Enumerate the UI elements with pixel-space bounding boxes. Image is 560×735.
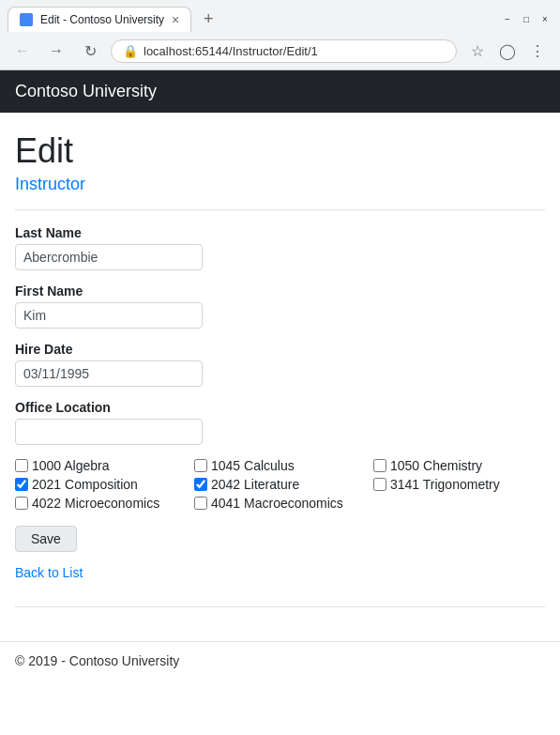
course-label-2021: 2021 Composition xyxy=(32,477,138,492)
app-title: Contoso University xyxy=(15,82,157,101)
close-window-button[interactable]: × xyxy=(537,11,552,26)
course-item: 1050 Chemistry xyxy=(373,458,545,473)
course-label-3141: 3141 Trigonometry xyxy=(390,477,500,492)
hire-date-input[interactable] xyxy=(15,360,203,387)
hire-date-group: Hire Date xyxy=(15,342,545,387)
course-label-1000: 1000 Algebra xyxy=(32,458,110,473)
course-label-4041: 4041 Macroeconomics xyxy=(211,496,343,511)
course-item: 4022 Microeconomics xyxy=(15,496,187,511)
last-name-input[interactable] xyxy=(15,244,203,270)
title-bar: Edit - Contoso University × + − □ × xyxy=(0,0,560,32)
course-item: 1045 Calculus xyxy=(194,458,366,473)
course-checkbox-1050[interactable] xyxy=(373,459,386,472)
course-checkbox-4041[interactable] xyxy=(194,497,207,510)
forward-nav-button[interactable]: → xyxy=(43,38,69,64)
back-to-list-link[interactable]: Back to List xyxy=(15,565,83,580)
page-title: Edit xyxy=(15,131,545,171)
page-subtitle: Instructor xyxy=(15,175,545,194)
course-label-1050: 1050 Chemistry xyxy=(390,458,482,473)
tab-close-button[interactable]: × xyxy=(172,13,179,26)
menu-icon[interactable]: ⋮ xyxy=(524,38,551,64)
courses-grid: 1000 Algebra1045 Calculus1050 Chemistry2… xyxy=(15,458,545,511)
browser-chrome: Edit - Contoso University × + − □ × ← → … xyxy=(0,0,560,70)
course-item: 3141 Trigonometry xyxy=(373,477,545,492)
course-item: 2021 Composition xyxy=(15,477,187,492)
course-checkbox-1000[interactable] xyxy=(15,459,28,472)
url-text: localhost:65144/Instructor/Edit/1 xyxy=(144,44,445,58)
course-label-2042: 2042 Literature xyxy=(211,477,299,492)
course-checkbox-4022[interactable] xyxy=(15,497,28,510)
window-controls: − □ × xyxy=(500,11,552,26)
office-location-group: Office Location xyxy=(15,400,545,445)
course-checkbox-1045[interactable] xyxy=(194,459,207,472)
course-checkbox-2021[interactable] xyxy=(15,478,28,491)
course-label-1045: 1045 Calculus xyxy=(211,458,295,473)
url-bar[interactable]: 🔒 localhost:65144/Instructor/Edit/1 xyxy=(111,39,457,63)
profile-icon[interactable]: ◯ xyxy=(494,38,521,64)
course-item: 2042 Literature xyxy=(194,477,366,492)
course-item: 4041 Macroeconomics xyxy=(194,496,366,511)
new-tab-button[interactable]: + xyxy=(195,6,221,32)
tab-favicon xyxy=(20,13,33,26)
bookmark-icon[interactable]: ☆ xyxy=(464,38,491,64)
maximize-button[interactable]: □ xyxy=(519,11,534,26)
minimize-button[interactable]: − xyxy=(500,11,515,26)
footer-text: © 2019 - Contoso University xyxy=(15,653,179,668)
main-content: Edit Instructor Last Name First Name Hir… xyxy=(0,113,560,641)
course-label-4022: 4022 Microeconomics xyxy=(32,496,159,511)
reload-button[interactable]: ↻ xyxy=(77,38,103,64)
divider-bottom xyxy=(15,606,545,607)
first-name-group: First Name xyxy=(15,283,545,329)
last-name-group: Last Name xyxy=(15,225,545,270)
tab-title: Edit - Contoso University xyxy=(40,13,164,26)
first-name-label: First Name xyxy=(15,283,545,299)
course-checkbox-2042[interactable] xyxy=(194,478,207,491)
browser-tab[interactable]: Edit - Contoso University × xyxy=(8,7,191,32)
first-name-input[interactable] xyxy=(15,302,203,329)
address-bar: ← → ↻ 🔒 localhost:65144/Instructor/Edit/… xyxy=(0,32,560,69)
divider-top xyxy=(15,209,545,210)
address-actions: ☆ ◯ ⋮ xyxy=(464,38,551,64)
office-location-label: Office Location xyxy=(15,400,545,415)
save-button[interactable]: Save xyxy=(15,526,77,552)
hire-date-label: Hire Date xyxy=(15,342,545,357)
app-header: Contoso University xyxy=(0,70,560,113)
footer: © 2019 - Contoso University xyxy=(0,641,560,680)
course-item: 1000 Algebra xyxy=(15,458,187,473)
office-location-input[interactable] xyxy=(15,419,203,445)
course-checkbox-3141[interactable] xyxy=(373,478,386,491)
back-nav-button[interactable]: ← xyxy=(9,38,36,64)
last-name-label: Last Name xyxy=(15,225,545,240)
